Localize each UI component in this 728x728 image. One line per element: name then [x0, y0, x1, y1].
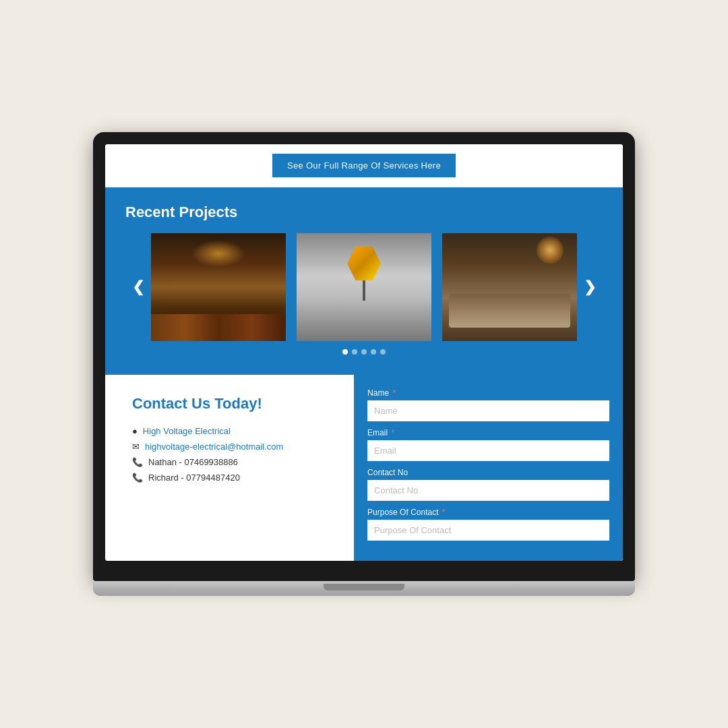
contact-left: Contact Us Today! ● High Voltage Electri…	[105, 375, 354, 561]
dot-1[interactable]	[342, 349, 348, 355]
email-link[interactable]: highvoltage-electrical@hotmail.com	[145, 442, 283, 452]
name-required: *	[392, 388, 396, 398]
phone-icon-1: 📞	[132, 457, 143, 467]
purpose-required: *	[442, 508, 446, 517]
purpose-input[interactable]	[367, 520, 609, 541]
projects-title: Recent Projects	[125, 204, 603, 221]
laptop-base	[93, 581, 635, 596]
contact-right: Name * Email *	[354, 375, 623, 561]
carousel-prev-button[interactable]: ❮	[125, 278, 151, 296]
dot-2[interactable]	[352, 349, 357, 355]
contact-section: Contact Us Today! ● High Voltage Electri…	[105, 375, 623, 561]
contact-item-phone-richard: 📞 Richard - 07794487420	[132, 473, 334, 483]
contact-no-label: Contact No	[367, 468, 609, 477]
phone-richard: Richard - 07794487420	[148, 473, 240, 483]
form-group-contact-no: Contact No	[367, 468, 609, 501]
phone-nathan: Nathan - 07469938886	[148, 457, 238, 467]
contact-info: ● High Voltage Electrical ✉ highvoltage-…	[132, 426, 334, 483]
laptop-notch	[324, 584, 404, 590]
bar-image	[151, 233, 286, 341]
purpose-label: Purpose Of Contact *	[367, 508, 609, 517]
carousel-next-button[interactable]: ❯	[577, 278, 603, 296]
laptop-screen: See Our Full Range Of Services Here Rece…	[105, 144, 623, 561]
contact-title: Contact Us Today!	[132, 395, 334, 413]
project-image-bar	[151, 233, 286, 341]
contact-no-input[interactable]	[367, 480, 609, 501]
phone-icon-2: 📞	[132, 473, 143, 483]
form-group-email: Email *	[367, 428, 609, 461]
form-group-name: Name *	[367, 388, 609, 421]
email-required: *	[391, 428, 394, 437]
name-input[interactable]	[367, 400, 609, 421]
laptop-screen-bezel: See Our Full Range Of Services Here Rece…	[93, 132, 635, 581]
services-button[interactable]: See Our Full Range Of Services Here	[272, 154, 456, 177]
carousel-images	[151, 233, 577, 341]
project-image-warehouse	[297, 233, 431, 341]
carousel-dots	[125, 349, 603, 355]
contact-item-email: ✉ highvoltage-electrical@hotmail.com	[132, 442, 334, 452]
contact-item-phone-nathan: 📞 Nathan - 07469938886	[132, 457, 334, 467]
laptop-wrapper: See Our Full Range Of Services Here Rece…	[93, 132, 635, 596]
facebook-icon: ●	[132, 426, 138, 436]
email-label: Email *	[367, 428, 609, 437]
dot-4[interactable]	[371, 349, 376, 355]
email-input[interactable]	[367, 440, 609, 461]
facebook-link[interactable]: High Voltage Electrical	[143, 426, 231, 436]
contact-item-facebook: ● High Voltage Electrical	[132, 426, 334, 436]
dot-5[interactable]	[380, 349, 386, 355]
projects-section: Recent Projects ❮	[105, 187, 623, 375]
project-image-room	[442, 233, 577, 341]
top-bar: See Our Full Range Of Services Here	[105, 144, 623, 187]
form-group-purpose: Purpose Of Contact *	[367, 508, 609, 541]
name-label: Name *	[367, 388, 609, 398]
room-image	[442, 233, 577, 341]
website: See Our Full Range Of Services Here Rece…	[105, 144, 623, 561]
warehouse-image	[297, 233, 431, 341]
email-icon: ✉	[132, 442, 140, 452]
carousel-container: ❮ ❯	[125, 233, 603, 341]
dot-3[interactable]	[361, 349, 367, 355]
